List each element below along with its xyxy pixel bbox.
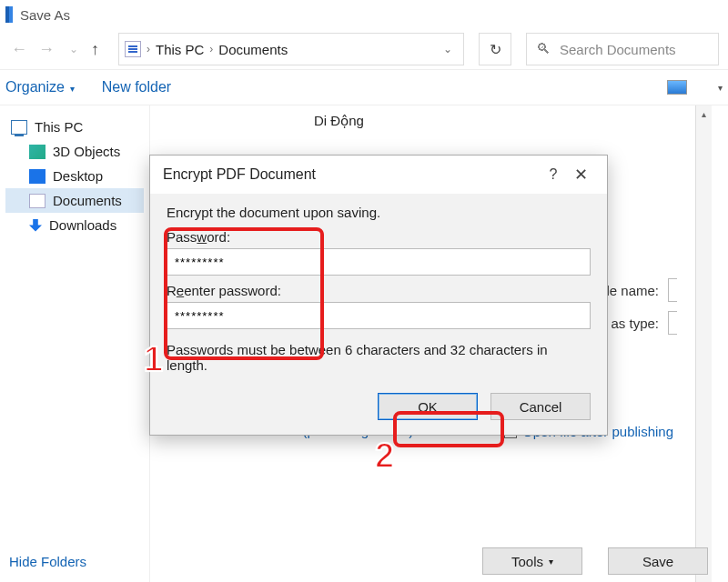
refresh-icon: ↻ bbox=[490, 41, 501, 58]
sidebar-item-desktop[interactable]: Desktop bbox=[5, 164, 144, 188]
chevron-right-icon: › bbox=[209, 43, 213, 55]
monitor-icon bbox=[29, 169, 46, 184]
footer: Hide Folders Tools▾ Save bbox=[0, 546, 717, 577]
dialog-titlebar: Encrypt PDF Document ? ✕ bbox=[150, 156, 607, 194]
list-item[interactable]: Di Động bbox=[314, 113, 364, 129]
up-arrow-icon[interactable]: ↑ bbox=[91, 40, 111, 59]
toolbar: Organize ▾ New folder ▾ bbox=[0, 69, 728, 105]
nav-row: ← → ⌄ ↑ › This PC › Documents ⌄ ↻ 🔍︎ Sea… bbox=[0, 29, 728, 69]
dialog-message: Encrypt the document upon saving. bbox=[167, 205, 591, 220]
breadcrumb-seg-documents[interactable]: Documents bbox=[218, 42, 288, 57]
download-icon bbox=[29, 219, 42, 232]
save-button[interactable]: Save bbox=[608, 547, 708, 575]
help-button[interactable]: ? bbox=[540, 166, 567, 183]
chevron-right-icon: › bbox=[147, 43, 150, 55]
search-placeholder: Search Documents bbox=[560, 42, 676, 57]
sidebar-item-thispc[interactable]: This PC bbox=[5, 115, 144, 139]
breadcrumb-seg-thispc[interactable]: This PC bbox=[156, 42, 204, 57]
reenter-label: Reenter password: bbox=[167, 283, 591, 298]
view-chevron-icon[interactable]: ▾ bbox=[718, 83, 723, 93]
forward-arrow-icon: → bbox=[36, 40, 56, 59]
tools-button[interactable]: Tools▾ bbox=[482, 547, 582, 575]
file-name-field[interactable] bbox=[668, 278, 677, 302]
view-thumbnail-icon[interactable] bbox=[667, 80, 687, 95]
organize-menu[interactable]: Organize ▾ bbox=[5, 79, 75, 95]
pc-icon bbox=[11, 120, 27, 135]
reenter-password-field[interactable] bbox=[167, 302, 591, 329]
dialog-title: Encrypt PDF Document bbox=[163, 166, 316, 183]
chevron-down-icon: ▾ bbox=[549, 557, 553, 567]
search-icon: 🔍︎ bbox=[536, 41, 551, 57]
cube-icon bbox=[29, 145, 46, 159]
breadcrumb[interactable]: › This PC › Documents ⌄ bbox=[118, 33, 464, 65]
password-field[interactable] bbox=[167, 248, 591, 276]
back-arrow-icon[interactable]: ← bbox=[9, 40, 29, 59]
chevron-down-icon: ▾ bbox=[67, 84, 75, 94]
window-title: Save As bbox=[20, 7, 70, 23]
sidebar: This PC 3D Objects Desktop Documents Dow… bbox=[0, 105, 149, 582]
scrollbar-vertical[interactable]: ▴ bbox=[695, 105, 712, 582]
password-label: Password: bbox=[167, 229, 591, 245]
chevron-down-icon[interactable]: ⌄ bbox=[443, 43, 452, 55]
sidebar-item-downloads[interactable]: Downloads bbox=[5, 213, 144, 237]
refresh-button[interactable]: ↻ bbox=[479, 33, 511, 65]
search-input[interactable]: 🔍︎ Search Documents bbox=[526, 33, 719, 65]
recent-chevron-icon[interactable]: ⌄ bbox=[64, 43, 84, 55]
encrypt-pdf-dialog: Encrypt PDF Document ? ✕ Encrypt the doc… bbox=[149, 155, 608, 436]
sidebar-item-documents[interactable]: Documents bbox=[5, 188, 144, 213]
close-button[interactable]: ✕ bbox=[567, 165, 594, 185]
sidebar-item-3dobjects[interactable]: 3D Objects bbox=[5, 139, 144, 164]
ok-button[interactable]: OK bbox=[378, 393, 478, 420]
password-help-text: Passwords must be between 6 characters a… bbox=[167, 342, 591, 373]
app-icon bbox=[5, 6, 13, 23]
new-folder-button[interactable]: New folder bbox=[102, 79, 171, 95]
cancel-button[interactable]: Cancel bbox=[490, 393, 591, 420]
window-titlebar: Save As bbox=[0, 0, 728, 29]
save-as-type-field[interactable] bbox=[668, 311, 677, 335]
hide-folders-link[interactable]: Hide Folders bbox=[9, 554, 86, 569]
location-icon bbox=[125, 41, 141, 57]
document-icon bbox=[29, 194, 46, 208]
scroll-up-icon[interactable]: ▴ bbox=[696, 105, 712, 122]
